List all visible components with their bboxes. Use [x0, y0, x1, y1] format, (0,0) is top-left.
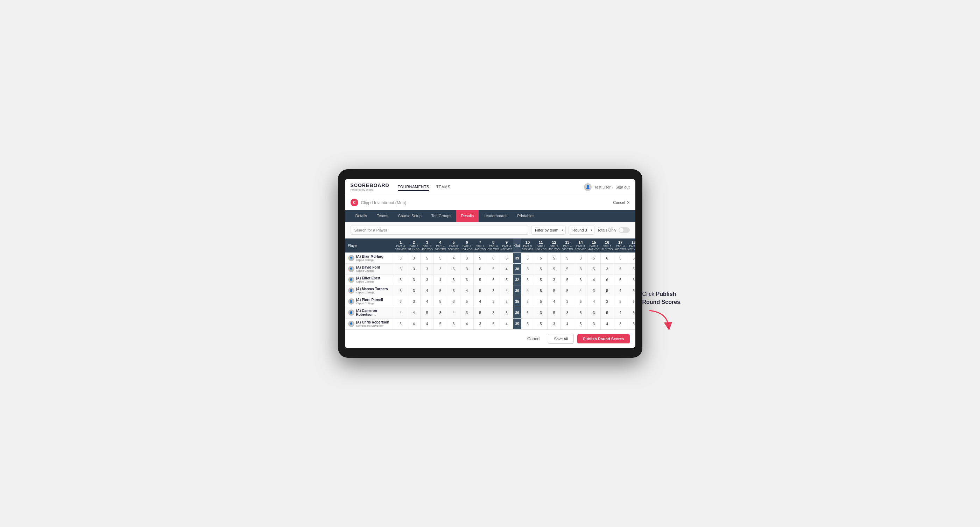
score-hole-18[interactable]: 3 — [627, 307, 635, 319]
score-hole-11[interactable]: 5 — [534, 319, 547, 329]
score-hole-17[interactable]: 5 — [614, 275, 627, 285]
score-hole-15[interactable]: 3 — [587, 319, 600, 329]
score-hole-7[interactable]: 3 — [473, 319, 487, 329]
score-hole-2[interactable]: 3 — [407, 296, 420, 307]
score-hole-15[interactable]: 5 — [587, 264, 600, 275]
score-hole-4[interactable]: 5 — [434, 319, 447, 329]
score-hole-17[interactable]: 4 — [614, 307, 627, 319]
score-hole-12[interactable]: 5 — [547, 285, 561, 296]
score-hole-14[interactable]: 3 — [574, 253, 587, 264]
score-hole-7[interactable]: 5 — [473, 285, 487, 296]
score-hole-11[interactable]: 5 — [534, 264, 547, 275]
score-hole-13[interactable]: 5 — [561, 275, 574, 285]
score-hole-7[interactable]: 5 — [473, 253, 487, 264]
score-hole-17[interactable]: 5 — [614, 264, 627, 275]
score-hole-4[interactable]: 5 — [434, 253, 447, 264]
score-hole-13[interactable]: 3 — [561, 307, 574, 319]
score-hole-4[interactable]: 3 — [434, 264, 447, 275]
score-hole-16[interactable]: 6 — [600, 275, 614, 285]
score-hole-15[interactable]: 4 — [587, 296, 600, 307]
score-hole-8[interactable]: 5 — [487, 319, 500, 329]
score-hole-13[interactable]: 5 — [561, 253, 574, 264]
cancel-top-button[interactable]: Cancel ✕ — [613, 200, 629, 205]
tab-results[interactable]: Results — [456, 210, 479, 222]
score-hole-9[interactable]: 4 — [500, 285, 513, 296]
score-hole-9[interactable]: 4 — [500, 264, 513, 275]
score-hole-18[interactable]: 3 — [627, 319, 635, 329]
score-hole-10[interactable]: 3 — [521, 253, 534, 264]
score-hole-17[interactable]: 4 — [614, 285, 627, 296]
score-hole-16[interactable]: 6 — [600, 253, 614, 264]
score-hole-8[interactable]: 6 — [487, 275, 500, 285]
score-hole-2[interactable]: 4 — [407, 307, 420, 319]
score-hole-5[interactable]: 4 — [447, 253, 460, 264]
score-hole-6[interactable]: 6 — [460, 275, 473, 285]
score-hole-9[interactable]: 5 — [500, 275, 513, 285]
score-hole-2[interactable]: 4 — [407, 319, 420, 329]
score-hole-14[interactable]: 3 — [574, 307, 587, 319]
publish-round-scores-button[interactable]: Publish Round Scores — [577, 334, 629, 343]
score-hole-6[interactable]: 3 — [460, 307, 473, 319]
score-hole-5[interactable]: 3 — [447, 319, 460, 329]
score-hole-5[interactable]: 4 — [447, 307, 460, 319]
score-hole-10[interactable]: 3 — [521, 264, 534, 275]
score-hole-12[interactable]: 3 — [547, 275, 561, 285]
tab-tee-groups[interactable]: Tee Groups — [426, 210, 456, 222]
score-hole-14[interactable]: 3 — [574, 264, 587, 275]
score-hole-12[interactable]: 5 — [547, 253, 561, 264]
score-hole-14[interactable]: 5 — [574, 296, 587, 307]
score-hole-9[interactable]: 5 — [500, 296, 513, 307]
score-hole-18[interactable]: 3 — [627, 253, 635, 264]
score-hole-15[interactable]: 4 — [587, 275, 600, 285]
score-hole-2[interactable]: 3 — [407, 253, 420, 264]
score-hole-5[interactable]: 3 — [447, 285, 460, 296]
save-all-button[interactable]: Save All — [548, 334, 574, 344]
score-hole-16[interactable]: 4 — [600, 319, 614, 329]
score-hole-7[interactable]: 4 — [473, 296, 487, 307]
score-hole-2[interactable]: 3 — [407, 285, 420, 296]
score-hole-16[interactable]: 3 — [600, 296, 614, 307]
score-hole-11[interactable]: 5 — [534, 275, 547, 285]
score-hole-4[interactable]: 4 — [434, 275, 447, 285]
score-hole-3[interactable]: 3 — [420, 264, 434, 275]
score-hole-12[interactable]: 5 — [547, 307, 561, 319]
score-hole-17[interactable]: 3 — [614, 319, 627, 329]
score-hole-7[interactable]: 5 — [473, 307, 487, 319]
score-hole-1[interactable]: 5 — [394, 275, 407, 285]
score-hole-6[interactable]: 5 — [460, 296, 473, 307]
search-input[interactable] — [351, 225, 529, 235]
score-hole-14[interactable]: 5 — [574, 319, 587, 329]
score-hole-17[interactable]: 5 — [614, 296, 627, 307]
score-hole-13[interactable]: 5 — [561, 264, 574, 275]
score-hole-18[interactable]: 3 — [627, 275, 635, 285]
score-hole-8[interactable]: 6 — [487, 253, 500, 264]
score-hole-9[interactable]: 5 — [500, 253, 513, 264]
sign-out-link[interactable]: Sign out — [616, 185, 629, 189]
score-hole-15[interactable]: 5 — [587, 253, 600, 264]
nav-teams[interactable]: TEAMS — [436, 183, 450, 191]
score-hole-9[interactable]: 4 — [500, 319, 513, 329]
score-hole-13[interactable]: 3 — [561, 296, 574, 307]
score-hole-8[interactable]: 3 — [487, 285, 500, 296]
score-hole-7[interactable]: 5 — [473, 275, 487, 285]
score-hole-5[interactable]: 5 — [447, 264, 460, 275]
score-hole-17[interactable]: 5 — [614, 253, 627, 264]
score-hole-16[interactable]: 5 — [600, 285, 614, 296]
score-hole-6[interactable]: 4 — [460, 285, 473, 296]
score-hole-16[interactable]: 5 — [600, 307, 614, 319]
score-hole-4[interactable]: 5 — [434, 285, 447, 296]
score-hole-14[interactable]: 3 — [574, 275, 587, 285]
tab-printables[interactable]: Printables — [512, 210, 539, 222]
score-hole-14[interactable]: 4 — [574, 285, 587, 296]
score-hole-15[interactable]: 3 — [587, 285, 600, 296]
score-hole-3[interactable]: 4 — [420, 285, 434, 296]
score-hole-11[interactable]: 5 — [534, 285, 547, 296]
score-hole-8[interactable]: 3 — [487, 296, 500, 307]
score-hole-6[interactable]: 4 — [460, 319, 473, 329]
score-hole-6[interactable]: 3 — [460, 264, 473, 275]
score-hole-3[interactable]: 4 — [420, 319, 434, 329]
score-hole-7[interactable]: 6 — [473, 264, 487, 275]
score-hole-11[interactable]: 5 — [534, 253, 547, 264]
score-hole-9[interactable]: 5 — [500, 307, 513, 319]
score-hole-18[interactable]: 3 — [627, 285, 635, 296]
